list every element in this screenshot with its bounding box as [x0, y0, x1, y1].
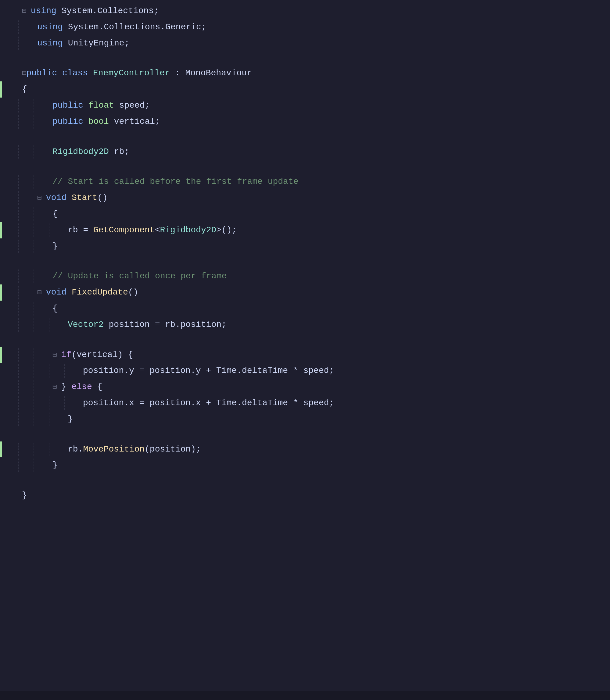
token: <	[155, 225, 160, 235]
indent-guide	[18, 364, 34, 378]
code-editor: ⊟ using System.Collections;using System.…	[0, 0, 610, 700]
indent-guide	[49, 412, 64, 426]
token: ()	[128, 288, 139, 297]
indent-guide	[34, 380, 49, 394]
indent-guide	[18, 443, 34, 456]
indent-guide	[64, 396, 79, 410]
indent-guide	[49, 443, 64, 456]
token: using	[31, 6, 62, 16]
token: MonoBehaviour	[185, 68, 252, 78]
code-line: position.x = position.x + Time.deltaTime…	[0, 395, 610, 411]
code-line: }	[0, 457, 610, 473]
token: }	[61, 382, 72, 391]
token: ()	[97, 193, 108, 202]
fold-icon[interactable]: ⊟	[52, 351, 61, 359]
fold-icon[interactable]: ⊟	[22, 69, 26, 78]
indent-guide	[34, 396, 49, 410]
token: public	[52, 101, 89, 110]
horizontal-scrollbar[interactable]	[0, 691, 610, 700]
indent-guide	[34, 145, 49, 159]
code-line: rb = GetComponent<Rigidbody2D>();	[0, 222, 610, 239]
token: {	[52, 304, 58, 313]
indent-guide	[34, 302, 49, 315]
code-line: ⊟public class EnemyController : MonoBeha…	[0, 65, 610, 81]
token: rb.	[68, 444, 83, 454]
indent-guide	[18, 286, 34, 299]
indent-guide	[34, 99, 49, 113]
token: using	[37, 22, 68, 32]
indent-guide	[34, 364, 49, 378]
indent-guide	[34, 348, 49, 362]
indent-guide	[18, 380, 34, 394]
token: }	[22, 491, 27, 500]
code-line: rb.MovePosition(position);	[0, 441, 610, 458]
indent-guide	[34, 443, 49, 456]
indent-guide	[18, 175, 34, 189]
token: else	[71, 382, 92, 391]
token: float	[89, 101, 119, 110]
token: public	[26, 68, 62, 78]
indent-guide	[34, 115, 49, 129]
fold-icon[interactable]: ⊟	[37, 194, 46, 202]
token: GetComponent	[93, 225, 155, 235]
token: (vertical) {	[71, 350, 133, 359]
token: System.Collections.Generic;	[68, 22, 207, 32]
indent-guide	[18, 20, 34, 34]
token: speed;	[119, 101, 150, 110]
code-line: // Start is called before the first fram…	[0, 174, 610, 190]
token: System.Collections;	[62, 6, 159, 16]
indent-guide	[34, 175, 49, 189]
token: }	[52, 242, 58, 251]
indent-guide	[18, 240, 34, 253]
token: void	[46, 288, 72, 297]
indent-guide	[64, 364, 79, 378]
indent-guide	[18, 207, 34, 221]
indent-guide	[18, 224, 34, 237]
indent-guide	[18, 191, 34, 205]
fold-icon[interactable]: ⊟	[37, 289, 46, 297]
code-line: ⊟ using System.Collections;	[0, 3, 610, 19]
code-line	[0, 473, 610, 488]
indent-guide	[34, 207, 49, 221]
indent-guide	[34, 318, 49, 332]
indent-guide	[18, 115, 34, 129]
indent-guide	[18, 396, 34, 410]
token: rb;	[114, 147, 129, 157]
code-line: }	[0, 488, 610, 504]
indent-guide	[18, 37, 34, 50]
indent-guide	[49, 318, 64, 332]
token: MovePosition	[83, 444, 145, 454]
code-line: }	[0, 239, 610, 255]
code-line	[0, 333, 610, 347]
indent-guide	[34, 240, 49, 253]
code-line: ⊟ if(vertical) {	[0, 347, 610, 363]
token: FixedUpdate	[72, 288, 128, 297]
indent-guide	[34, 270, 49, 283]
indent-guide	[18, 270, 34, 283]
code-line	[0, 254, 610, 268]
code-line: using UnityEngine;	[0, 35, 610, 51]
token: }	[52, 460, 58, 470]
indent-guide	[49, 396, 64, 410]
token: using	[37, 38, 68, 48]
token: void	[46, 193, 72, 202]
token: position.y = position.y + Time.deltaTime…	[83, 366, 334, 375]
token: Rigidbody2D	[52, 147, 114, 157]
indent-guide	[49, 224, 64, 237]
code-line: position.y = position.y + Time.deltaTime…	[0, 363, 610, 379]
token: rb =	[68, 225, 93, 235]
indent-guide	[49, 364, 64, 378]
fold-icon[interactable]: ⊟	[52, 383, 61, 391]
token: bool	[89, 117, 114, 126]
token: (position);	[145, 444, 201, 454]
token: EnemyController	[93, 68, 170, 78]
token: class	[62, 68, 93, 78]
indent-guide	[34, 224, 49, 237]
code-line: public float speed;	[0, 98, 610, 114]
indent-guide	[18, 318, 34, 332]
code-line: {	[0, 81, 610, 98]
code-line: Rigidbody2D rb;	[0, 144, 610, 160]
indent-guide	[18, 99, 34, 113]
token: >();	[216, 225, 237, 235]
fold-icon[interactable]: ⊟	[22, 7, 31, 15]
